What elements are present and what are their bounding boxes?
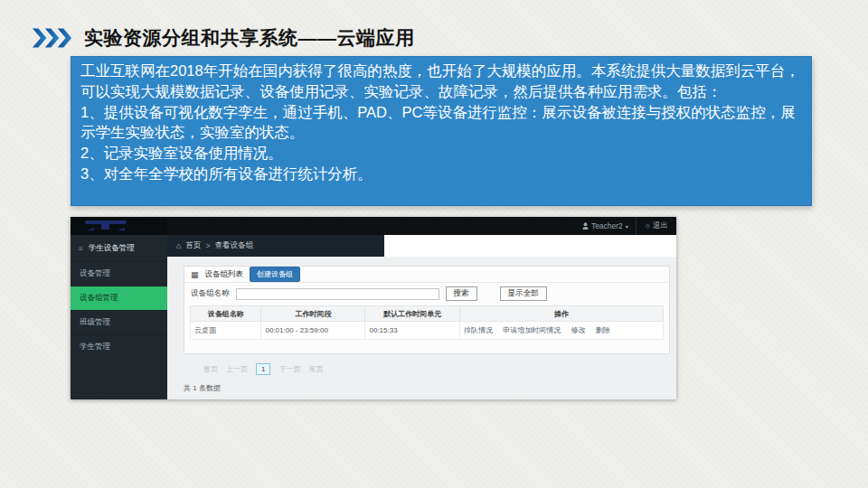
table-header-row: 设备组名称 工作时间段 默认工作时间单元 操作 [191,306,664,322]
app-navbar: Teacher2 ▾ ○ 退出 [71,217,676,235]
sidebar-item-device-group-management[interactable]: 设备组管理 [71,286,167,310]
pagination-last[interactable]: 尾页 [308,364,323,374]
cell-actions: 排队情况 申请增加时间情况 修改 删除 [460,322,664,340]
logout-label: 退出 [653,221,668,231]
cell-group-name: 云桌面 [191,322,261,340]
cell-work-period: 00:01:00 - 23:59:00 [261,322,365,340]
power-icon: ○ [646,221,650,230]
app-screenshot: Teacher2 ▾ ○ 退出 ≡ 学生设备管理 设备管理 设备组管理 班级管理… [71,217,676,399]
title-row: 实验资源分组和共享系统——云端应用 [33,24,415,52]
pagination-current-page[interactable]: 1 [256,363,270,375]
sidebar-item-class-management[interactable]: 班级管理 [71,310,167,334]
sidebar: ≡ 学生设备管理 设备管理 设备组管理 班级管理 学生管理 [71,235,167,399]
breadcrumb-home[interactable]: 首页 [185,240,201,251]
header-group-name: 设备组名称 [191,306,261,322]
user-name: Teacher2 [591,221,623,230]
pagination-prev[interactable]: 上一页 [226,364,248,374]
breadcrumb-current: 查看设备组 [214,240,253,251]
description-point-1: 1、提供设备可视化数字孪生，通过手机、PAD、PC等设备进行监控：展示设备被连接… [80,102,802,144]
app-content: ⌂ 首页 > 查看设备组 ▦ 设备组列表 创建设备组 设备组名称 搜索 显示全部 [167,235,676,399]
pagination-first[interactable]: 首页 [203,364,218,374]
description-point-3: 3、对全年全学校的所有设备进行统计分析。 [80,164,802,184]
device-group-table: 设备组名称 工作时间段 默认工作时间单元 操作 云桌面 00:01:00 - 2… [190,305,664,340]
home-icon: ⌂ [176,241,181,250]
device-group-panel: ▦ 设备组列表 创建设备组 设备组名称 搜索 显示全部 设备组名称 工作时间 [184,266,670,354]
logo-icon [83,219,136,233]
cell-default-time-unit: 00:15:33 [365,322,460,340]
queue-status-link[interactable]: 排队情况 [464,326,493,334]
app-logo[interactable] [71,217,167,235]
table-row: 云桌面 00:01:00 - 23:59:00 00:15:33 排队情况 申请… [191,322,664,340]
slide: 实验资源分组和共享系统——云端应用 工业互联网在2018年开始在国内获得了很高的… [0,0,868,488]
breadcrumb-row: ⌂ 首页 > 查看设备组 [167,235,676,257]
sidebar-section-student-device[interactable]: ≡ 学生设备管理 [71,235,167,261]
panel-tab-row: ▦ 设备组列表 创建设备组 [184,267,669,283]
breadcrumb: ⌂ 首页 > 查看设备组 [167,235,384,257]
menu-icon: ≡ [79,245,83,253]
breadcrumb-separator: > [205,241,210,250]
modify-link[interactable]: 修改 [571,326,586,334]
time-increase-request-link[interactable]: 申请增加时间情况 [503,326,561,334]
pagination: 首页 上一页 1 下一页 尾页 [203,363,323,375]
pagination-next[interactable]: 下一页 [278,364,300,374]
description-box: 工业互联网在2018年开始在国内获得了很高的热度，也开始了大规模的应用。本系统提… [71,56,812,206]
search-button[interactable]: 搜索 [446,286,477,301]
page-title: 实验资源分组和共享系统——云端应用 [84,25,415,51]
user-menu[interactable]: Teacher2 ▾ [575,217,636,235]
delete-link[interactable]: 删除 [596,326,610,334]
header-default-time-unit: 默认工作时间单元 [365,306,460,322]
search-row: 设备组名称 搜索 显示全部 [184,283,669,304]
show-all-button[interactable]: 显示全部 [500,286,547,301]
sidebar-item-student-management[interactable]: 学生管理 [71,334,167,359]
tab-device-group-list[interactable]: 设备组列表 [205,269,244,280]
create-device-group-button[interactable]: 创建设备组 [250,267,300,282]
grid-icon: ▦ [191,270,199,279]
chevron-down-icon: ▾ [626,223,628,230]
logout-button[interactable]: ○ 退出 [636,217,672,235]
header-work-period: 工作时间段 [261,306,365,322]
description-point-2: 2、记录实验室设备使用情况。 [80,143,802,164]
triple-chevron-icon [33,28,72,48]
navbar-right: Teacher2 ▾ ○ 退出 [575,217,672,235]
description-intro: 工业互联网在2018年开始在国内获得了很高的热度，也开始了大规模的应用。本系统提… [80,61,802,102]
user-icon [582,222,589,230]
device-group-name-input[interactable] [236,288,439,300]
sidebar-item-device-management[interactable]: 设备管理 [71,261,167,286]
search-field-label: 设备组名称 [191,288,230,299]
sidebar-section-label: 学生设备管理 [89,243,135,254]
total-records: 共 1 条数据 [184,383,221,393]
header-actions: 操作 [460,306,664,322]
